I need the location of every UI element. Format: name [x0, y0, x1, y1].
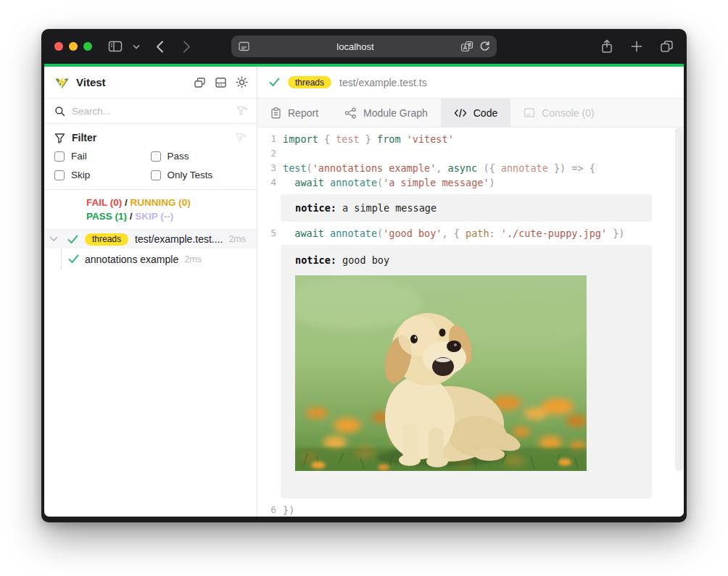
filter-title: Filter [72, 132, 96, 143]
annotation-message: good boy [336, 253, 389, 267]
line-number: 6 [257, 503, 276, 517]
search-icon [54, 106, 65, 117]
filter-checkbox-pass[interactable]: Pass [151, 151, 247, 162]
sidebar-header: Vitest [44, 67, 257, 99]
chevron-down-icon[interactable] [49, 236, 58, 242]
annotation-label: notice: [295, 253, 336, 267]
clear-filter-icon[interactable] [236, 106, 248, 116]
checkbox[interactable] [54, 170, 65, 180]
line-number: 4 [257, 175, 276, 190]
pass-count: PASS (1) [86, 211, 127, 222]
sidebar: Vitest [44, 67, 257, 517]
minimize-window-button[interactable] [69, 42, 78, 51]
code-viewer[interactable]: 1import { test } from 'vitest'23test('an… [257, 128, 684, 517]
sidebar-chevron-button[interactable] [133, 44, 140, 49]
test-case-row[interactable]: annotations example 2ms [44, 249, 257, 270]
indent-guide [61, 249, 62, 270]
zoom-window-button[interactable] [83, 42, 92, 51]
windows-icon[interactable] [194, 77, 206, 88]
code-content: 1import { test } from 'vitest'23test('an… [257, 132, 684, 517]
fail-count: FAIL (0) [86, 197, 122, 208]
share-button[interactable] [600, 39, 613, 54]
filter-checkbox-skip[interactable]: Skip [54, 170, 151, 180]
puppy-image [295, 275, 587, 471]
check-icon [269, 78, 280, 87]
code-line-2: 2 [257, 146, 684, 161]
module-graph-icon [344, 107, 357, 119]
annotation-message: a simple message [336, 201, 437, 215]
tab-code[interactable]: Code [441, 99, 510, 127]
checkbox[interactable] [151, 151, 161, 162]
console-icon [524, 107, 535, 118]
code-line-4: 4 await annotate('a simple message') [257, 175, 684, 190]
filter-checkbox-fail[interactable]: Fail [54, 151, 151, 162]
code-line-5: 5 await annotate('good boy', { path: './… [257, 226, 684, 241]
sun-icon[interactable] [236, 76, 248, 88]
tabs-overview-button[interactable] [660, 40, 674, 53]
page-icon [238, 41, 250, 52]
filter-funnel-icon [54, 133, 65, 143]
translate-icon[interactable] [460, 41, 473, 52]
address-bar[interactable]: localhost [231, 36, 497, 57]
close-window-button[interactable] [54, 42, 63, 51]
checkbox[interactable] [151, 170, 161, 180]
app-title: Vitest [76, 76, 106, 88]
annotation-label: notice: [295, 201, 336, 215]
check-icon [67, 235, 78, 244]
filter-checkbox-only-tests[interactable]: Only Tests [151, 170, 247, 180]
line-number: 5 [257, 226, 276, 241]
url-text: localhost [250, 41, 460, 52]
test-status-summary: FAIL (0) / RUNNING (0) PASS (1) / SKIP (… [44, 190, 257, 230]
code-icon [454, 108, 467, 118]
annotation-block: notice: good boy [281, 245, 652, 498]
back-button[interactable] [156, 41, 164, 53]
tab-bar: Report Module Graph Code [257, 99, 684, 128]
report-clipboard-icon [270, 107, 281, 119]
tab-module-graph[interactable]: Module Graph [331, 99, 441, 127]
code-line-6: 6}) [257, 503, 684, 517]
web-content: Vitest [44, 64, 684, 517]
clear-filter-icon[interactable] [235, 133, 247, 143]
code-line-1: 1import { test } from 'vitest' [257, 132, 684, 146]
running-count: RUNNING (0) [131, 197, 191, 208]
dashboard-icon[interactable] [215, 77, 227, 88]
pool-badge: threads [288, 76, 331, 88]
window-controls [54, 42, 92, 51]
pool-badge: threads [85, 233, 128, 246]
code-line-3: 3test('annotations example', async ({ an… [257, 161, 684, 175]
forward-button[interactable] [183, 41, 191, 53]
test-file-row[interactable]: threads test/example.test.... 2ms [44, 230, 257, 249]
filter-section: Filter Fail Pass Skip Only [44, 124, 257, 190]
check-icon [68, 254, 79, 264]
checkbox[interactable] [54, 151, 65, 162]
search-bar [44, 99, 257, 124]
tab-console[interactable]: Console (0) [510, 99, 607, 127]
file-header: threads test/example.test.ts [257, 67, 684, 99]
sidebar-toggle-button[interactable] [108, 40, 123, 53]
line-number: 1 [257, 132, 276, 146]
search-input[interactable] [72, 106, 230, 117]
test-case-name: annotations example [85, 254, 178, 265]
line-number: 3 [257, 161, 276, 175]
main-pane: threads test/example.test.ts Report [257, 67, 684, 517]
test-file-name: test/example.test.... [135, 233, 223, 245]
tab-report[interactable]: Report [257, 99, 331, 127]
browser-toolbar: localhost [41, 29, 687, 64]
scrollbar-thumb[interactable] [675, 128, 683, 471]
vitest-logo [54, 75, 70, 90]
test-duration: 2ms [228, 234, 246, 244]
reload-icon[interactable] [479, 41, 490, 52]
browser-window: localhost [41, 29, 687, 522]
test-duration: 2ms [184, 254, 202, 264]
skip-count: SKIP (--) [135, 211, 173, 222]
line-number: 2 [257, 146, 276, 161]
new-tab-button[interactable] [631, 41, 642, 52]
open-file-name: test/example.test.ts [339, 77, 427, 88]
annotation-block: notice: a simple message [281, 194, 652, 222]
